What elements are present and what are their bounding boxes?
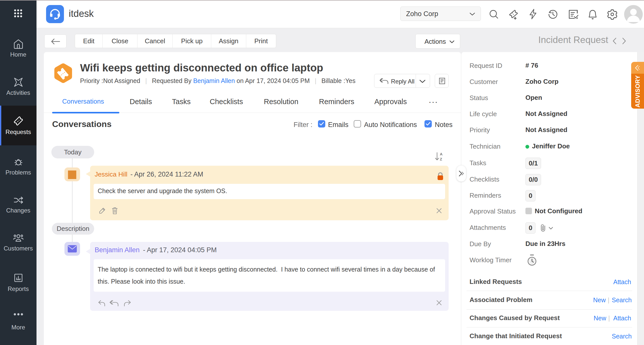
svg-text:A: A: [440, 152, 443, 156]
svg-text:Z: Z: [440, 157, 442, 161]
